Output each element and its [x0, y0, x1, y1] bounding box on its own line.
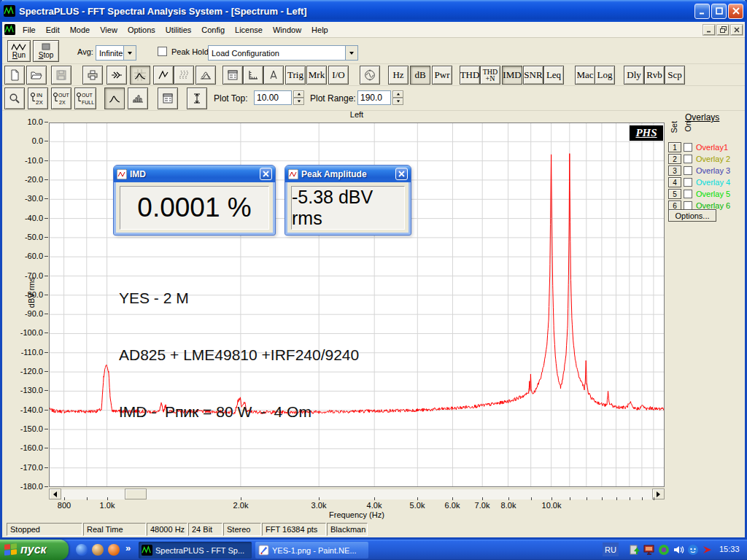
zoom-button[interactable] — [4, 88, 25, 109]
menu-edit[interactable]: Edit — [41, 23, 65, 36]
overlay-set-button-1[interactable]: 1 — [668, 142, 681, 152]
calibration-button[interactable] — [263, 66, 284, 85]
display-options-button[interactable] — [158, 88, 178, 109]
load-configuration-combobox[interactable]: Load Configuration — [208, 45, 358, 61]
menu-view[interactable]: View — [95, 23, 123, 36]
task-button-spectraplus[interactable]: SpectraPLUS - FFT Sp... — [139, 542, 252, 559]
vertical-scale-button[interactable] — [187, 88, 207, 109]
menu-utilities[interactable]: Utilities — [160, 23, 196, 36]
tray-display-icon[interactable] — [643, 544, 655, 556]
mdi-restore-button[interactable] — [717, 25, 729, 35]
overlay-checkbox-4[interactable] — [684, 178, 692, 187]
bar-plot-button[interactable] — [128, 88, 148, 109]
close-button[interactable] — [728, 4, 743, 19]
quicklaunch-overflow-chevron[interactable]: » — [125, 542, 131, 553]
db-units-button[interactable]: dB — [410, 66, 430, 85]
scrollbar-thumb[interactable] — [125, 489, 147, 499]
imd-button[interactable]: IMD — [502, 66, 522, 85]
overlay-checkbox-2[interactable] — [684, 155, 692, 163]
save-button[interactable] — [51, 66, 71, 85]
peak-close-button[interactable] — [395, 168, 408, 180]
trigger-button[interactable]: Trig — [285, 66, 306, 85]
power-units-button[interactable]: Pwr — [432, 66, 452, 85]
menu-license[interactable]: License — [230, 23, 268, 36]
run-button[interactable]: Run — [7, 40, 31, 62]
tray-update-icon[interactable] — [629, 544, 640, 556]
overlay-set-button-2[interactable]: 2 — [668, 154, 681, 164]
scaling-button[interactable] — [243, 66, 263, 85]
start-button[interactable]: пуск — [0, 540, 69, 560]
leq-button[interactable]: Leq — [543, 66, 564, 85]
hz-units-button[interactable]: Hz — [388, 66, 409, 85]
scope-button[interactable]: Scp — [665, 66, 685, 85]
overlay-checkbox-5[interactable] — [684, 190, 692, 198]
logging-button[interactable]: Log — [595, 66, 615, 85]
y-axis-tick-label: -160.0 — [2, 443, 43, 453]
menu-options[interactable]: Options — [123, 23, 160, 36]
zoom-out-full-button[interactable]: OUTFULL — [74, 88, 96, 109]
y-axis-tick-label: 10.0 — [2, 117, 43, 127]
tray-download-manager-icon[interactable] — [702, 544, 713, 556]
y-axis-tick-label: -80.0 — [2, 290, 43, 300]
tray-messenger-icon[interactable] — [687, 544, 699, 556]
print-button[interactable] — [82, 66, 103, 85]
reverb-button[interactable]: Rvb — [644, 66, 665, 85]
plot-range-spinner[interactable] — [392, 90, 403, 105]
language-indicator[interactable]: RU — [603, 542, 619, 556]
mdi-close-button[interactable] — [731, 25, 743, 35]
peak-hold-checkbox[interactable] — [158, 47, 167, 56]
menu-config[interactable]: Config — [196, 23, 230, 36]
avg-combobox[interactable]: Infinite — [96, 45, 136, 61]
chevron-down-icon[interactable] — [123, 46, 136, 60]
new-file-button[interactable] — [4, 66, 25, 85]
waveform-view-button[interactable] — [153, 66, 174, 85]
zoom-in-2x-button[interactable]: IN2X — [28, 88, 48, 109]
signal-generator-button[interactable] — [360, 66, 380, 85]
task-button-paintnet[interactable]: YES-1.png - Paint.NE... — [255, 542, 368, 559]
svg-text:FULL: FULL — [82, 100, 94, 105]
minimize-button[interactable] — [694, 4, 710, 19]
thd-n-button[interactable]: THD+N — [480, 66, 500, 85]
overlay-checkbox-1[interactable] — [684, 143, 692, 152]
options-dialog-button[interactable] — [222, 66, 243, 85]
marker-button[interactable]: Mrk — [306, 66, 327, 85]
tray-volume-icon[interactable] — [673, 544, 684, 556]
annotation-line: IMD - Рпик = 80 W - 4 Om — [119, 402, 359, 421]
menu-window[interactable]: Window — [268, 23, 306, 36]
chevron-down-icon[interactable] — [345, 46, 357, 60]
line-plot-button[interactable] — [104, 88, 125, 109]
menu-help[interactable]: Help — [306, 23, 333, 36]
y-axis-tick-label: -40.0 — [2, 214, 43, 223]
stop-button[interactable]: Stop — [33, 40, 59, 62]
overlay-set-button-3[interactable]: 3 — [668, 166, 681, 176]
time-series-button[interactable] — [107, 66, 127, 85]
plot-top-spinner[interactable] — [293, 90, 304, 105]
mdi-minimize-button[interactable] — [703, 25, 715, 35]
macro-button[interactable]: Mac — [575, 66, 595, 85]
io-button[interactable]: I/O — [328, 66, 349, 85]
quicklaunch-mail-icon[interactable] — [108, 544, 120, 556]
overlay-set-button-5[interactable]: 5 — [668, 189, 681, 199]
scrollbar-left-button[interactable] — [49, 489, 61, 499]
open-file-button[interactable] — [26, 66, 47, 85]
surface-view-button[interactable] — [196, 66, 216, 85]
snr-button[interactable]: SNR — [523, 66, 543, 85]
scrollbar-track[interactable] — [61, 489, 652, 499]
overlays-options-button[interactable]: Options... — [668, 209, 716, 222]
quicklaunch-messenger-icon[interactable] — [76, 544, 88, 556]
plot-top-input[interactable] — [254, 90, 292, 105]
quicklaunch-browser-globe-icon[interactable] — [92, 544, 104, 556]
imd-close-button[interactable] — [260, 168, 272, 180]
thd-button[interactable]: THD — [460, 66, 480, 85]
spectrogram-view-button[interactable] — [174, 66, 194, 85]
overlay-set-button-4[interactable]: 4 — [668, 177, 681, 187]
delay-button[interactable]: Dly — [624, 66, 644, 85]
overlay-checkbox-3[interactable] — [684, 166, 692, 175]
maximize-button[interactable] — [711, 4, 727, 19]
spectrum-view-button[interactable] — [130, 66, 150, 85]
tray-player-orb-icon[interactable] — [658, 544, 670, 556]
menu-file[interactable]: File — [18, 23, 41, 36]
zoom-out-2x-button[interactable]: OUT2X — [51, 88, 71, 109]
plot-range-input[interactable] — [357, 90, 391, 105]
menu-mode[interactable]: Mode — [65, 23, 96, 36]
